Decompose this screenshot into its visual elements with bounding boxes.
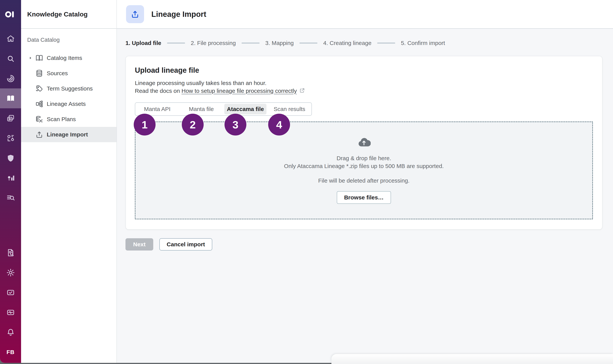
shield-icon[interactable]: [0, 148, 21, 168]
wizard-actions: Next Cancel import: [125, 238, 602, 250]
ataccama-logo[interactable]: [0, 0, 21, 29]
sidebar-item-label: Term Suggestions: [47, 85, 93, 92]
stepper-connector: [167, 42, 185, 44]
upload-icon: [130, 10, 140, 19]
search-icon[interactable]: [0, 49, 21, 68]
catalog-book-icon[interactable]: [0, 88, 21, 108]
sidebar-item-lineage-import[interactable]: Lineage Import: [21, 127, 116, 142]
lineage-icon: [35, 100, 44, 108]
page-icon-tile: [126, 5, 144, 23]
intro-line-1: Lineage processing usually takes less th…: [135, 79, 593, 87]
data-quality-icon[interactable]: [0, 68, 21, 88]
app-title: Knowledge Catalog: [27, 11, 88, 18]
dropzone-line-2: Only Ataccama Lineage *.zip files up to …: [284, 162, 444, 170]
database-icon: [35, 69, 44, 78]
sidebar-item-label: Catalog Items: [47, 55, 82, 61]
sidebar-item-label: Scan Plans: [47, 116, 76, 122]
stepper-connector: [300, 42, 317, 44]
main-area: Lineage Import 1. Upload file 2. File pr…: [117, 0, 613, 363]
step-file-processing: 2. File processing: [191, 39, 236, 47]
sidebar-item-lineage-assets[interactable]: Lineage Assets: [21, 96, 116, 112]
step-confirm-import: 5. Confirm import: [401, 39, 445, 47]
sidebar-item-sources[interactable]: Sources: [21, 66, 116, 81]
tag-icon: [35, 84, 44, 93]
apps-icon[interactable]: [0, 128, 21, 148]
settings-gear-icon[interactable]: [0, 262, 21, 283]
sidebar-items: Catalog Items Sources: [21, 50, 116, 142]
external-link-icon[interactable]: [299, 88, 305, 95]
annotation-badge-4: 4: [268, 114, 290, 135]
dropzone-line-1: Drag & drop file here.: [337, 154, 391, 162]
sidebar-item-term-suggestions[interactable]: Term Suggestions: [21, 81, 116, 96]
step-creating-lineage: 4. Creating lineage: [323, 39, 371, 47]
cloud-upload-icon: [357, 137, 371, 148]
bottom-sheet-edge: [331, 354, 613, 364]
sidebar-header: Knowledge Catalog: [21, 0, 116, 29]
page-title: Lineage Import: [151, 10, 206, 19]
stepper-connector: [242, 42, 259, 44]
upload-card: Upload lineage file Lineage processing u…: [125, 56, 602, 230]
upload-icon: [35, 130, 44, 139]
dropzone-note: File will be deleted after processing.: [318, 177, 409, 184]
step-mapping: 3. Mapping: [265, 39, 294, 47]
next-button[interactable]: Next: [125, 238, 153, 250]
source-type-tabs: Manta API Manta file Ataccama file Scan …: [135, 102, 312, 116]
sidebar-item-catalog-items[interactable]: Catalog Items: [21, 50, 116, 66]
intro-line-2-prefix: Read the docs on: [135, 88, 182, 94]
user-avatar[interactable]: FB: [0, 342, 21, 362]
scan-database-icon: [35, 115, 44, 123]
home-icon[interactable]: [0, 29, 21, 49]
annotation-badge-2: 2: [182, 114, 204, 135]
tasks-icon[interactable]: [0, 283, 21, 302]
sidebar-section-label: Data Catalog: [21, 37, 116, 43]
page-header: Lineage Import: [117, 0, 613, 29]
intro-line-2: Read the docs on How to setup lineage fi…: [135, 87, 593, 95]
stepper-connector: [377, 42, 395, 44]
notifications-bell-icon[interactable]: [0, 322, 21, 342]
card-title: Upload lineage file: [135, 66, 593, 75]
sidebar-item-label: Sources: [47, 70, 68, 77]
import-stepper: 1. Upload file 2. File processing 3. Map…: [125, 39, 602, 47]
cancel-import-button[interactable]: Cancel import: [159, 238, 212, 250]
sidebar-item-scan-plans[interactable]: Scan Plans: [21, 112, 116, 127]
step-upload-file: 1. Upload file: [125, 39, 161, 47]
query-search-icon[interactable]: [0, 188, 21, 208]
projects-icon[interactable]: [0, 108, 21, 128]
avatar-initials: FB: [7, 349, 14, 355]
audit-doc-icon[interactable]: [0, 243, 21, 262]
insights-icon[interactable]: [0, 168, 21, 188]
sidebar-item-label: Lineage Assets: [47, 101, 86, 107]
tab-manta-file[interactable]: Manta file: [179, 103, 223, 115]
sidebar: Knowledge Catalog Data Catalog Catalog I…: [21, 0, 117, 363]
rail-spacer: [0, 208, 21, 243]
sidebar-item-label: Lineage Import: [47, 131, 88, 138]
browse-files-button[interactable]: Browse files…: [337, 191, 391, 204]
tab-ataccama-file[interactable]: Ataccama file: [224, 104, 266, 115]
docs-link[interactable]: How to setup lineage file processing cor…: [182, 88, 297, 94]
tab-scan-results[interactable]: Scan results: [267, 103, 312, 115]
file-dropzone[interactable]: Drag & drop file here. Only Ataccama Lin…: [135, 121, 593, 219]
app-window: FB Knowledge Catalog Data Catalog Catalo…: [0, 0, 613, 363]
card-intro: Lineage processing usually takes less th…: [135, 79, 593, 95]
annotation-badge-3: 3: [225, 114, 246, 135]
annotation-badge-1: 1: [134, 114, 156, 135]
open-book-icon: [35, 54, 44, 62]
monitoring-icon[interactable]: [0, 302, 21, 322]
icon-rail: FB: [0, 0, 21, 363]
tab-manta-api[interactable]: Manta API: [135, 103, 179, 115]
expand-caret-icon[interactable]: [28, 56, 35, 60]
page-content: 1. Upload file 2. File processing 3. Map…: [117, 29, 613, 363]
